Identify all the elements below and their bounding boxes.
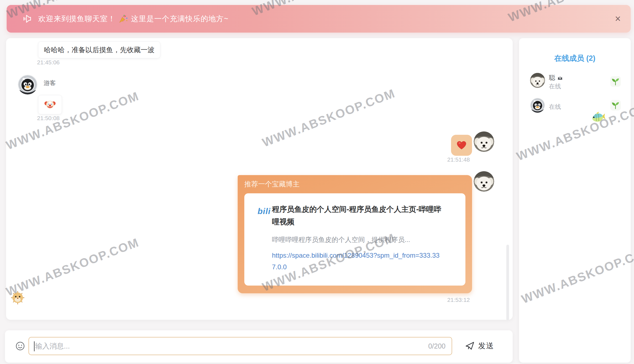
link-preview-card[interactable]: bili 程序员鱼皮的个人空间-程序员鱼皮个人主页-哔哩哔哩视频 哔哩哔哩程序员… bbox=[244, 193, 465, 286]
member-status: 在线 bbox=[549, 82, 561, 91]
white-dog-avatar[interactable] bbox=[474, 131, 494, 152]
member-row[interactable]: 在线 bbox=[519, 96, 631, 118]
announcement-banner: 欢迎来到摸鱼聊天室！ 这里是一个充满快乐的地方~ × bbox=[7, 5, 631, 33]
seedling-emoji bbox=[610, 76, 621, 87]
scrollbar-thumb[interactable] bbox=[506, 245, 509, 320]
emoji-picker-button[interactable] bbox=[15, 341, 25, 351]
link-card-message[interactable]: 推荐一个宝藏博主 bili 程序员鱼皮的个人空间-程序员鱼皮个人主页-哔哩哔哩视… bbox=[238, 175, 472, 293]
sender-name: 游客 bbox=[44, 79, 56, 87]
message-timestamp: 21:51:48 bbox=[447, 156, 470, 163]
text-caret bbox=[34, 341, 35, 351]
white-dog-avatar[interactable] bbox=[474, 171, 494, 192]
blowfish-emoji bbox=[11, 291, 25, 305]
penguin-astronaut-avatar bbox=[530, 98, 545, 113]
message-timestamp: 21:50:08 bbox=[37, 115, 60, 122]
bilibili-icon: bili bbox=[258, 207, 271, 216]
speaker-icon bbox=[23, 14, 32, 23]
send-label: 发送 bbox=[478, 341, 494, 351]
seedling-emoji bbox=[610, 100, 621, 110]
white-dog-avatar bbox=[530, 73, 545, 88]
composer-panel: 0/200 发送 bbox=[5, 330, 513, 363]
online-members-title: 在线成员 (2) bbox=[519, 53, 631, 63]
send-icon bbox=[465, 341, 475, 351]
clown-emoji bbox=[44, 99, 56, 110]
message-timestamp: 21:53:12 bbox=[447, 297, 470, 303]
message-input[interactable] bbox=[29, 337, 452, 355]
tropical-fish-emoji bbox=[591, 110, 606, 124]
crown-icon bbox=[557, 75, 563, 80]
smiley-icon bbox=[15, 341, 25, 351]
online-members-panel: 在线成员 (2) 聪 在线 在线 bbox=[519, 38, 631, 363]
message-timestamp: 21:45:06 bbox=[37, 59, 60, 66]
message-bubble bbox=[38, 95, 62, 114]
card-header: 推荐一个宝藏博主 bbox=[244, 180, 300, 189]
message-bubble: 哈哈哈，准备以后摸鱼，先收藏一波 bbox=[38, 41, 160, 58]
member-status: 在线 bbox=[549, 103, 561, 111]
party-popper-icon bbox=[119, 14, 128, 23]
link-url[interactable]: https://space.bilibili.com/12890453?spm_… bbox=[272, 250, 441, 273]
message-input-wrap: 0/200 bbox=[28, 337, 452, 355]
member-name-line: 聪 bbox=[549, 73, 563, 82]
link-title: 程序员鱼皮的个人空间-程序员鱼皮个人主页-哔哩哔哩视频 bbox=[272, 203, 441, 228]
banner-text: 欢迎来到摸鱼聊天室！ 这里是一个充满快乐的地方~ bbox=[38, 14, 229, 24]
penguin-astronaut-avatar[interactable] bbox=[18, 75, 38, 94]
member-row[interactable]: 聪 在线 bbox=[519, 71, 631, 93]
banner-text-before: 欢迎来到摸鱼聊天室！ bbox=[38, 14, 116, 24]
char-counter: 0/200 bbox=[428, 342, 446, 350]
member-name: 聪 bbox=[549, 73, 555, 82]
link-description: 哔哩哔哩程序员鱼皮的个人空间，提供程序员... bbox=[272, 235, 443, 244]
moyu-chat-room-app: 欢迎来到摸鱼聊天室！ 这里是一个充满快乐的地方~ × 哈哈哈，准备以后摸鱼，先收… bbox=[0, 0, 634, 364]
close-icon[interactable]: × bbox=[615, 14, 621, 24]
send-button[interactable]: 发送 bbox=[465, 341, 494, 351]
message-list-panel: 哈哈哈，准备以后摸鱼，先收藏一波 21:45:06 游客 21:50:08 21… bbox=[6, 38, 513, 320]
red-heart-emoji bbox=[457, 141, 467, 150]
message-bubble bbox=[451, 135, 472, 156]
banner-text-after: 这里是一个充满快乐的地方~ bbox=[131, 14, 229, 24]
